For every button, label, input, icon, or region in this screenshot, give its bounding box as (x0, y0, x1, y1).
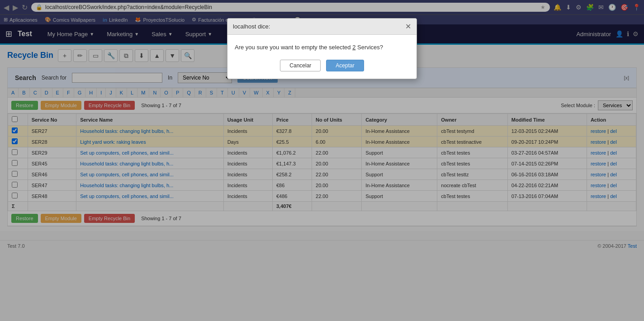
dialog-title: localhost dice: (233, 23, 270, 30)
dialog-close-button[interactable]: ✕ (405, 22, 411, 31)
dialog-buttons: Cancelar Aceptar (235, 60, 409, 71)
cancel-button[interactable]: Cancelar (280, 60, 321, 71)
dialog-header: localhost dice: ✕ (227, 19, 417, 35)
dialog-box: localhost dice: ✕ Are you sure you want … (227, 18, 417, 79)
dialog-message: Are you sure you want to empty the selec… (235, 44, 409, 51)
dialog-message-prefix: Are you sure you want to empty the selec… (235, 44, 352, 51)
dialog-message-suffix: Services? (355, 44, 383, 51)
dialog-body: Are you sure you want to empty the selec… (227, 35, 417, 79)
dialog-overlay: localhost dice: ✕ Are you sure you want … (0, 0, 644, 251)
accept-button[interactable]: Aceptar (326, 60, 364, 71)
